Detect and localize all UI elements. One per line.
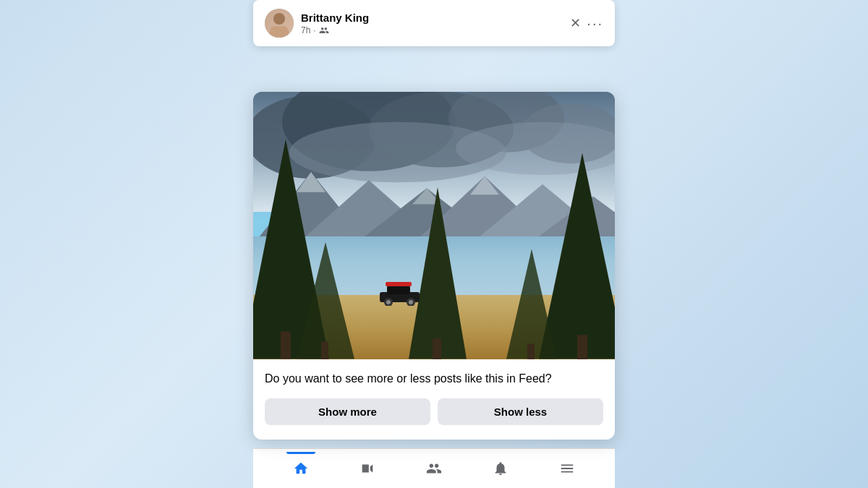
show-less-button[interactable]: Show less: [438, 398, 603, 425]
bottom-nav-bar: [253, 448, 615, 488]
video-icon: [359, 461, 375, 476]
avatar-body: [270, 26, 289, 38]
svg-rect-17: [281, 332, 291, 359]
landscape-scene: [253, 92, 615, 359]
svg-rect-19: [577, 335, 587, 359]
background-post-card: Brittany King 7h · ✕ ···: [253, 0, 615, 46]
modal-card: Do you want to see more or less posts li…: [253, 92, 615, 440]
post-image: [253, 92, 615, 359]
menu-icon: [559, 461, 575, 476]
people-icon: [426, 461, 442, 476]
svg-point-31: [386, 300, 391, 304]
friends-icon: [319, 25, 329, 35]
post-actions: ✕ ···: [570, 16, 603, 30]
post-author-info: Brittany King 7h ·: [301, 12, 369, 35]
close-icon[interactable]: ✕: [570, 17, 581, 30]
home-icon: [293, 461, 309, 476]
nav-menu[interactable]: [559, 461, 575, 476]
svg-rect-23: [321, 342, 328, 359]
svg-rect-28: [386, 282, 412, 286]
nav-notifications[interactable]: [493, 461, 509, 476]
nav-home[interactable]: [293, 461, 309, 476]
avatar-person: [265, 9, 294, 38]
car-svg: [380, 281, 423, 306]
nav-people[interactable]: [426, 461, 442, 476]
action-buttons-row: Show more Show less: [265, 398, 603, 425]
post-content-area: Do you want to see more or less posts li…: [253, 359, 615, 440]
svg-point-32: [409, 300, 413, 304]
svg-marker-18: [539, 153, 615, 359]
svg-rect-21: [433, 338, 441, 359]
nav-active-indicator: [286, 452, 315, 454]
trees-svg: [253, 105, 615, 359]
more-options-icon[interactable]: ···: [587, 16, 603, 30]
bell-icon: [493, 461, 509, 476]
feed-question-text: Do you want to see more or less posts li…: [265, 371, 603, 387]
avatar-head: [273, 13, 285, 25]
svg-marker-20: [409, 187, 467, 359]
nav-video[interactable]: [359, 461, 375, 476]
post-meta: 7h ·: [301, 25, 369, 35]
post-time: 7h: [301, 25, 310, 35]
show-more-button[interactable]: Show more: [265, 398, 430, 425]
separator-dot: ·: [313, 25, 315, 35]
author-name: Brittany King: [301, 12, 369, 24]
avatar: [265, 9, 294, 38]
svg-marker-24: [506, 249, 557, 359]
svg-rect-25: [527, 344, 535, 359]
